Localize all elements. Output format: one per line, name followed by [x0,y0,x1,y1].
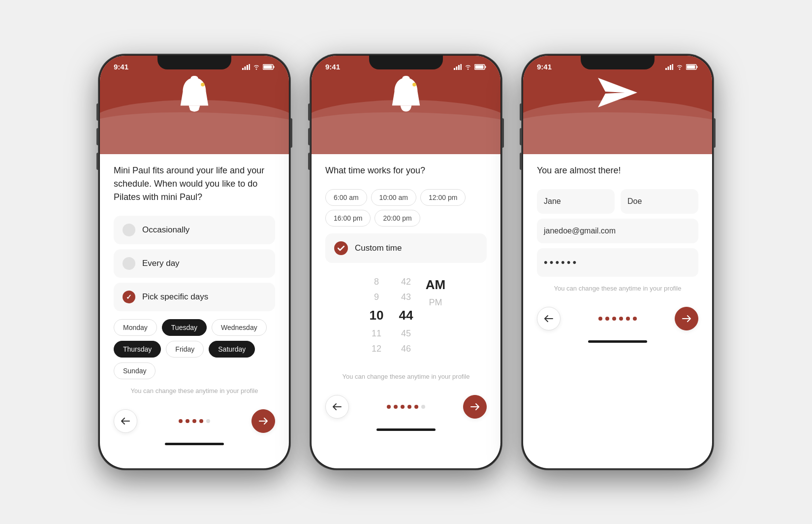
arrow-left-icon-3 [544,315,553,322]
option-occasionally-label: Occasionally [142,225,189,235]
header-3: 9:41 [523,56,712,154]
dot-3-6 [633,317,637,321]
phone-2: 9:41 [310,54,502,470]
day-saturday[interactable]: Saturday [209,341,255,358]
progress-dots-1 [179,419,210,423]
signal-icon [242,64,250,70]
day-tuesday[interactable]: Tuesday [162,319,207,336]
back-button-3[interactable] [537,307,561,330]
svg-rect-8 [190,76,198,80]
chip-1000am[interactable]: 10:00 am [371,189,416,206]
option-specific-days-label: Pick specific days [142,292,208,302]
hour-column: 8 9 10 11 12 [364,276,389,355]
last-name-field[interactable]: Doe [621,189,698,214]
dot-2-1 [387,405,391,409]
svg-rect-2 [247,65,248,70]
svg-rect-21 [665,68,667,70]
dot-2-6 [421,405,425,409]
notch-1 [157,56,231,69]
min-45: 45 [394,328,418,340]
wave-6 [523,112,712,154]
home-indicator-1 [165,443,224,445]
status-time-3: 9:41 [537,63,552,71]
progress-dots-3 [598,317,637,321]
password-field[interactable]: •••••• [537,248,698,277]
option-specific-days[interactable]: Pick specific days [114,283,275,311]
svg-rect-0 [242,68,244,70]
footer-note-1: You can change these anytime in your pro… [114,387,275,394]
signal-icon-3 [665,64,673,70]
svg-rect-11 [454,68,455,70]
min-46: 46 [394,343,418,355]
svg-rect-1 [245,66,246,70]
time-picker[interactable]: 8 9 10 11 12 42 43 44 45 46 AM PM [325,271,487,365]
first-name-field[interactable]: Jane [537,189,615,214]
arrow-right-icon-3 [682,315,691,322]
screen-content-1: Mini Paul fits around your life and your… [100,154,289,404]
svg-point-20 [412,83,416,87]
chip-2000pm[interactable]: 20:00 pm [375,210,420,227]
hour-9: 9 [364,291,389,303]
svg-rect-7 [274,66,275,68]
checkmark-icon-2 [338,246,344,251]
min-42: 42 [394,276,418,288]
next-button-2[interactable] [463,395,487,419]
phone-1: 9:41 [98,54,290,470]
back-button-1[interactable] [114,409,137,433]
progress-dots-2 [387,405,425,409]
password-dots: •••••• [544,256,578,268]
svg-rect-19 [402,76,409,80]
chip-600am[interactable]: 6:00 am [325,189,367,206]
email-field[interactable]: janedoe@gmail.com [537,219,698,243]
ampm-pm: PM [423,296,448,309]
header-2: 9:41 [312,56,500,154]
dot-3-4 [619,317,623,321]
home-indicator-2 [376,428,436,431]
next-button-3[interactable] [675,307,698,330]
day-wednesday[interactable]: Wednesday [212,319,267,336]
dot-2-2 [394,405,398,409]
status-time-2: 9:41 [325,63,340,71]
next-button-1[interactable] [251,409,275,433]
svg-point-4 [256,68,257,69]
svg-point-25 [679,68,680,69]
days-grid: Monday Tuesday Wednesday Thursday Friday… [114,319,275,379]
day-friday[interactable]: Friday [166,341,204,358]
custom-time-option[interactable]: Custom time [325,233,487,263]
day-monday[interactable]: Monday [114,319,157,336]
option-every-day[interactable]: Every day [114,249,275,278]
option-occasionally[interactable]: Occasionally [114,216,275,244]
svg-rect-27 [687,65,695,68]
wifi-icon [252,64,260,70]
svg-rect-18 [485,66,486,68]
svg-rect-23 [670,65,671,70]
day-thursday[interactable]: Thursday [114,341,161,358]
arrow-left-icon-1 [121,418,130,425]
day-sunday[interactable]: Sunday [114,362,156,379]
svg-rect-13 [458,65,460,70]
svg-rect-14 [461,64,462,70]
option-every-day-label: Every day [142,259,180,268]
screen-title-2: What time works for you? [325,164,487,177]
svg-rect-22 [668,66,669,70]
svg-rect-12 [456,66,458,70]
chip-1200pm[interactable]: 12:00 pm [420,189,466,206]
battery-icon [263,64,275,70]
minute-column: 42 43 44 45 46 [394,276,418,355]
custom-time-label: Custom time [355,243,402,253]
back-button-2[interactable] [325,395,349,419]
status-icons-3 [665,64,698,70]
home-indicator-3 [588,340,647,343]
hour-8: 8 [364,276,389,288]
footer-note-2: You can change these anytime in your pro… [325,373,487,380]
svg-point-10 [201,83,205,87]
chip-1600pm[interactable]: 16:00 pm [325,210,371,227]
ampm-column: AM PM [423,276,448,355]
notch-3 [581,56,655,69]
radio-specific-days [123,291,135,303]
dot-3-3 [612,317,616,321]
wifi-icon-3 [676,64,684,70]
battery-icon-3 [686,64,698,70]
check-custom-time [334,241,348,255]
status-time-1: 9:41 [114,63,128,71]
